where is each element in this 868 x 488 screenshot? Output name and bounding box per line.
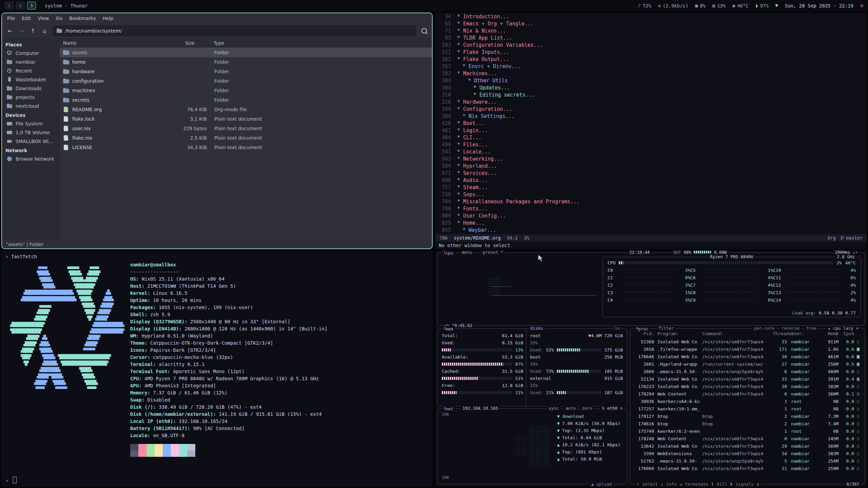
menu-button[interactable]: menu xyxy=(460,250,474,255)
terminal-window[interactable]: › fastfetch ▗▄▄▄ ▗▄▄▄▄ ▄▄▄▖ ▜███▙ ▜███▙ … xyxy=(1,251,433,487)
menu-go[interactable]: Go xyxy=(53,15,65,22)
workspace-3[interactable]: 3 xyxy=(27,2,36,9)
org-heading-line[interactable]: 282* Machines... xyxy=(435,70,867,77)
power-icon[interactable]: ⊙ xyxy=(860,3,863,9)
file-row[interactable]: configurationFolder xyxy=(60,76,432,86)
net-sync-button[interactable]: sync xyxy=(547,406,560,411)
org-heading-line[interactable]: 764* Miscellaneous Packages and Programs… xyxy=(435,198,867,205)
clock[interactable]: Sun, 28 Sep 2025 - 22:19 xyxy=(785,3,853,8)
menu-file[interactable]: File xyxy=(4,15,18,22)
org-heading-line[interactable]: 71* Nix & Nixos... xyxy=(435,27,867,35)
org-heading-line[interactable]: 103* Configuration Variables... xyxy=(435,42,867,49)
process-row[interactable]: 2601.Hyprland-wrapp/run/current-system/s… xyxy=(630,361,864,368)
sidebar-item-projects[interactable]: projects xyxy=(2,93,59,102)
footer-key[interactable]: ↵ xyxy=(679,482,682,487)
file-row[interactable]: assetsFolder xyxy=(60,48,432,57)
menu-view[interactable]: View xyxy=(35,15,52,22)
proc-footer-keys[interactable]: ↑select↓info↵terminatetkillksignalss xyxy=(635,482,761,487)
org-heading-line[interactable]: 698* Audio... xyxy=(435,177,867,184)
org-heading-line[interactable]: 541* Locale... xyxy=(435,148,867,156)
org-heading-line[interactable]: 121* Flake Inputs... xyxy=(435,49,867,56)
org-heading-line[interactable]: 267* Envrc + Direnv... xyxy=(435,63,867,70)
menu-bookmarks[interactable]: Bookmarks xyxy=(66,15,99,22)
sidebar-item-browse-network[interactable]: Browse Network xyxy=(2,155,59,163)
org-heading-line[interactable]: 736* Sops... xyxy=(435,191,867,198)
org-heading-line[interactable]: 303* Other Utils xyxy=(435,77,867,84)
sort-dropdown[interactable]: ▴ cpu lazy ▾ xyxy=(826,326,860,331)
sidebar-item-computer[interactable]: Computer xyxy=(2,49,59,58)
sidebar-item-smallbox-wi-[interactable]: SMALLBOX Wi... xyxy=(2,137,59,146)
org-heading-line[interactable]: 809* User Config... xyxy=(435,212,867,220)
footer-key[interactable]: ↑ xyxy=(637,482,639,487)
disks-io-label[interactable]: io xyxy=(613,326,622,331)
file-row[interactable]: LICENSE34,3 KiBPlain text document xyxy=(60,143,432,152)
process-row[interactable]: 3390WebExtensions/nix/store/sm8fnrf3wps4… xyxy=(630,450,864,458)
org-heading-line[interactable]: 384* Nix Settings... xyxy=(435,113,867,120)
process-row[interactable]: 177257kworker/10:1-mm_1root0B0.0 xyxy=(630,405,864,413)
org-heading-line[interactable]: 65* Emacs + Org + Tangle... xyxy=(435,20,867,27)
sidebar-item-file-system[interactable]: File System xyxy=(2,119,59,128)
column-header-size[interactable]: Size xyxy=(182,39,210,47)
file-row[interactable]: machinesFolder xyxy=(60,86,432,95)
process-row[interactable]: 52134Isolated Web Co/nix/store/sm8fnrf3w… xyxy=(630,375,864,383)
sidebar-item-downloads[interactable]: Downloads xyxy=(2,84,59,93)
org-heading-line[interactable]: 717* Steam... xyxy=(435,184,867,191)
sidebar-item-1-0-tb-volume[interactable]: 1,0 TB Volume xyxy=(2,128,59,137)
tree-toggle[interactable]: tree xyxy=(805,326,818,331)
org-heading-line[interactable]: 304* Updates... xyxy=(435,84,867,92)
search-button[interactable] xyxy=(419,26,429,36)
process-row[interactable]: 176223Isolated Web Co/nix/store/sm8fnrf3… xyxy=(630,383,864,390)
org-heading-line[interactable]: 34* Introduction... xyxy=(435,13,867,20)
sidebar-item-wastebasket[interactable]: Wastebasket xyxy=(2,75,59,84)
tray-memory-usage[interactable]: ▤13% xyxy=(712,3,726,8)
process-row[interactable]: 178248Web Content/nix/store/sm8fnrf3wps4… xyxy=(630,435,864,443)
net-zero-button[interactable]: zero xyxy=(580,406,594,411)
tray-volume[interactable]: ♪72% xyxy=(638,3,651,8)
per-core-toggle[interactable]: per-core xyxy=(752,326,776,331)
org-heading-line[interactable]: 484* CLI... xyxy=(435,134,867,141)
process-row[interactable]: 179127btopbtop2nambiar7.3M0.0 xyxy=(630,413,864,420)
sidebar-item-recent[interactable]: Recent xyxy=(2,66,59,75)
process-row[interactable]: 178616btopbtop2nambiar7.4M0.0 xyxy=(630,420,864,428)
menu-help[interactable]: Help xyxy=(99,15,116,22)
org-heading-line[interactable]: 799* Fonts... xyxy=(435,205,867,212)
home-button[interactable]: ⌂ xyxy=(39,26,50,36)
workspace-2[interactable]: 2 xyxy=(16,2,25,9)
up-button[interactable]: ↑ xyxy=(28,26,38,36)
process-row[interactable]: 38936kworker/u64:6-kc1root0B0.0 xyxy=(630,398,864,405)
column-header-name[interactable]: Name xyxy=(60,39,182,47)
org-heading-line[interactable]: 499* Files... xyxy=(435,141,867,148)
org-heading-line[interactable]: 563* Networking... xyxy=(435,156,867,163)
process-row[interactable]: 13642Isolated Web Co/nix/store/sm8fnrf3w… xyxy=(630,443,864,450)
process-row[interactable]: 52368Isolated Web Co/nix/store/sm8fnrf3w… xyxy=(630,338,864,346)
tray-network-speed[interactable]: ⇅(2.9kb/s) xyxy=(658,3,689,8)
filter-button[interactable]: filter xyxy=(657,326,675,331)
footer-key[interactable]: s xyxy=(756,482,759,487)
org-heading-line[interactable]: 316* Hardware... xyxy=(435,99,867,106)
process-row[interactable]: 176646Isolated Web Co/nix/store/sm8fnrf3… xyxy=(630,353,864,361)
file-row[interactable]: homeFolder xyxy=(60,57,432,67)
org-heading-line[interactable]: 825* Home... xyxy=(435,220,867,227)
path-bar[interactable]: /home/nambiar/system/ xyxy=(53,25,416,36)
org-heading-line[interactable]: 461* Login... xyxy=(435,127,867,134)
process-row[interactable]: 2660.emacs-31.0.50-/nix/store/wnqz5pa8ra… xyxy=(630,368,864,375)
net-interface[interactable]: b eth0 n xyxy=(600,406,624,411)
tray-temperature[interactable]: ◉46°C xyxy=(732,3,749,8)
process-row[interactable]: 51762.emacs-31.0.50-/nix/store/wnqz5pa8r… xyxy=(630,458,864,465)
net-auto-button[interactable]: auto xyxy=(564,406,577,411)
preset-button[interactable]: preset * xyxy=(481,250,505,255)
footer-key[interactable]: ↓ xyxy=(661,482,664,487)
file-row[interactable]: secretsFolder xyxy=(60,95,432,105)
back-button[interactable]: ← xyxy=(5,26,15,36)
file-row[interactable]: flake.nix2,5 KiBPlain text document xyxy=(60,133,432,143)
org-heading-line[interactable]: 344* Configuration... xyxy=(435,106,867,113)
process-row[interactable]: 178294Web Content/nix/store/sm8fnrf3wps4… xyxy=(630,390,864,398)
tray-battery[interactable]: ▮97% xyxy=(755,3,769,8)
reverse-toggle[interactable]: reverse xyxy=(780,326,801,331)
org-heading-line[interactable]: 93* TLDR App List... xyxy=(435,35,867,42)
tray-cpu-usage[interactable]: ▦8% xyxy=(695,3,706,8)
forward-button[interactable]: → xyxy=(16,26,26,36)
sidebar-item-nambiar[interactable]: nambiar xyxy=(2,58,59,66)
footer-key[interactable]: t xyxy=(711,482,714,487)
file-row[interactable]: hardwareFolder xyxy=(60,67,432,76)
